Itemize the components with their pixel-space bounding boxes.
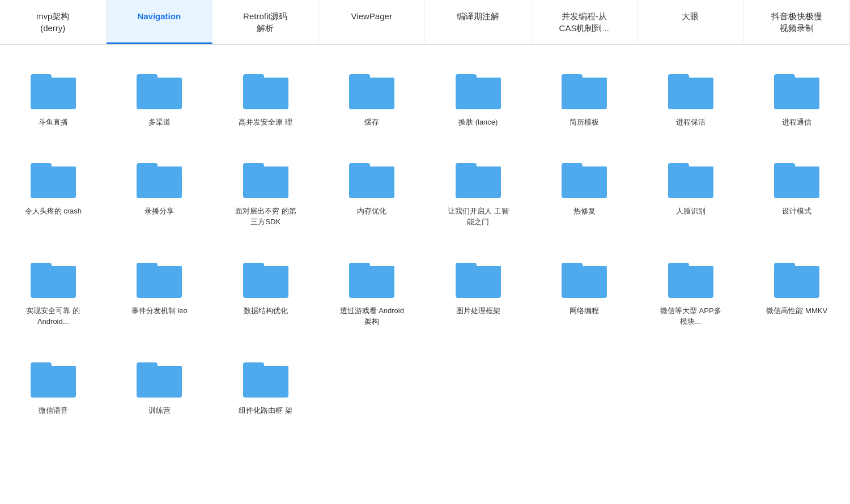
folder-item-multichannel[interactable]: 多渠道 — [107, 56, 213, 145]
svg-rect-20 — [243, 169, 288, 198]
folder-item-hotfix[interactable]: 热修复 — [532, 145, 638, 245]
folder-item-ipc[interactable]: 进程通信 — [744, 56, 851, 145]
svg-rect-31 — [774, 163, 795, 171]
svg-rect-46 — [774, 268, 819, 298]
svg-rect-18 — [137, 169, 182, 198]
svg-rect-11 — [562, 74, 583, 82]
svg-rect-42 — [562, 268, 607, 298]
svg-rect-45 — [668, 263, 689, 271]
folder-label-keepalive: 进程保活 — [676, 117, 706, 128]
folder-item-trainingcamp[interactable]: 训练营 — [107, 344, 213, 433]
svg-rect-19 — [137, 163, 158, 171]
folder-icon-wechatmodule — [665, 256, 716, 298]
svg-rect-2 — [137, 80, 182, 109]
svg-rect-6 — [349, 80, 394, 109]
folder-icon-eventbus — [134, 256, 185, 298]
folder-item-eventbus[interactable]: 事件分发机制 leo — [107, 245, 213, 344]
folder-item-crash[interactable]: 令人头疼的 crash — [0, 145, 107, 245]
folder-label-skin: 换肤 (lance) — [458, 117, 498, 128]
folder-item-gamearch[interactable]: 透过游戏看 Android架构 — [319, 245, 426, 344]
folder-item-screenshare[interactable]: 录播分享 — [107, 145, 213, 245]
svg-rect-5 — [243, 74, 264, 82]
folder-grid: 斗鱼直播 多渠道 高并发安全原 理 缓存 换肤 (lance) 简历模板 — [0, 45, 850, 444]
svg-rect-17 — [31, 163, 52, 171]
folder-icon-imageframe — [453, 256, 504, 298]
folder-item-network[interactable]: 网络编程 — [532, 245, 638, 344]
svg-rect-36 — [243, 268, 288, 298]
tab-retrofit[interactable]: Retrofit源码 解析 — [212, 0, 319, 44]
folder-item-cache[interactable]: 缓存 — [319, 56, 426, 145]
svg-rect-27 — [562, 163, 583, 171]
folder-label-screenshare: 录播分享 — [144, 206, 174, 217]
svg-rect-3 — [137, 74, 158, 82]
folder-item-douyu[interactable]: 斗鱼直播 — [0, 56, 107, 145]
tab-douyin[interactable]: 抖音极快极慢 视频录制 — [744, 0, 851, 44]
svg-rect-49 — [31, 362, 52, 370]
svg-rect-24 — [456, 169, 501, 198]
folder-label-wechatvoice: 微信语音 — [39, 405, 68, 416]
svg-rect-13 — [668, 74, 689, 82]
svg-rect-50 — [137, 368, 182, 398]
svg-rect-32 — [31, 268, 76, 298]
svg-rect-15 — [774, 74, 795, 82]
folder-item-ai[interactable]: 让我们开启人 工智能之门 — [425, 145, 532, 245]
tab-navigation[interactable]: Navigation — [107, 0, 213, 44]
folder-label-secureandroid: 实现安全可靠 的Android... — [19, 305, 87, 327]
folder-icon-keepalive — [665, 67, 716, 110]
folder-item-datastruct[interactable]: 数据结构优化 — [212, 245, 319, 344]
folder-item-skin[interactable]: 换肤 (lance) — [425, 56, 532, 145]
folder-icon-gamearch — [346, 256, 397, 298]
svg-rect-29 — [668, 163, 689, 171]
folder-icon-trainingcamp — [134, 356, 185, 398]
tab-annotation[interactable]: 编译期注解 — [425, 0, 532, 44]
svg-rect-0 — [31, 80, 76, 109]
svg-rect-35 — [137, 263, 158, 271]
folder-label-trainingcamp: 训练营 — [148, 405, 171, 416]
svg-rect-44 — [668, 268, 713, 298]
folder-item-keepalive[interactable]: 进程保活 — [638, 56, 744, 145]
svg-rect-39 — [349, 263, 370, 271]
tab-dayan[interactable]: 大眼 — [638, 0, 744, 44]
folder-item-wechatvoice[interactable]: 微信语音 — [0, 344, 107, 433]
svg-rect-28 — [668, 169, 713, 198]
folder-label-cache: 缓存 — [364, 117, 379, 128]
folder-label-multichannel: 多渠道 — [148, 117, 171, 128]
folder-item-componentroute[interactable]: 组件化路由框 架 — [212, 344, 319, 433]
tab-viewpager[interactable]: ViewPager — [319, 0, 426, 44]
folder-item-face[interactable]: 人脸识别 — [638, 145, 744, 245]
folder-item-wechatmodule[interactable]: 微信等大型 APP多模块... — [638, 245, 744, 344]
tab-mvp[interactable]: mvp架构 (derry) — [0, 0, 107, 44]
folder-icon-wechatvoice — [28, 356, 79, 398]
folder-label-datastruct: 数据结构优化 — [244, 305, 288, 317]
tab-concurrent[interactable]: 并发编程-从 CAS机制到... — [532, 0, 638, 44]
svg-rect-40 — [456, 268, 501, 298]
folder-item-highconcurrent[interactable]: 高并发安全原 理 — [212, 56, 319, 145]
svg-rect-51 — [137, 362, 158, 370]
svg-rect-34 — [137, 268, 182, 298]
folder-icon-network — [559, 256, 610, 298]
folder-label-hotfix: 热修复 — [573, 206, 596, 217]
folder-item-secureandroid[interactable]: 实现安全可靠 的Android... — [0, 245, 107, 344]
svg-rect-48 — [31, 368, 76, 398]
svg-rect-7 — [349, 74, 370, 82]
folder-icon-design — [771, 156, 822, 199]
folder-item-imageframe[interactable]: 图片处理框架 — [425, 245, 532, 344]
folder-label-crash: 令人头疼的 crash — [25, 206, 82, 217]
folder-label-gamearch: 透过游戏看 Android架构 — [338, 305, 406, 327]
folder-icon-crash — [28, 156, 79, 199]
folder-icon-mmkv — [771, 256, 822, 298]
folder-item-mmkv[interactable]: 微信高性能 MMKV — [744, 245, 851, 344]
folder-item-design[interactable]: 设计模式 — [744, 145, 851, 245]
folder-label-ai: 让我们开启人 工智能之门 — [444, 206, 512, 228]
svg-rect-43 — [562, 263, 583, 271]
folder-label-ipc: 进程通信 — [782, 117, 811, 128]
folder-item-resume[interactable]: 简历模板 — [532, 56, 638, 145]
folder-item-thirdsdk[interactable]: 面对层出不穷 的第三方SDK — [212, 145, 319, 245]
svg-rect-23 — [349, 163, 370, 171]
svg-rect-21 — [243, 163, 264, 171]
folder-icon-thirdsdk — [240, 156, 291, 199]
tab-bar: mvp架构 (derry)NavigationRetrofit源码 解析View… — [0, 0, 850, 45]
folder-label-imageframe: 图片处理框架 — [456, 305, 500, 317]
svg-rect-53 — [243, 362, 264, 370]
folder-item-memopt[interactable]: 内存优化 — [319, 145, 426, 245]
